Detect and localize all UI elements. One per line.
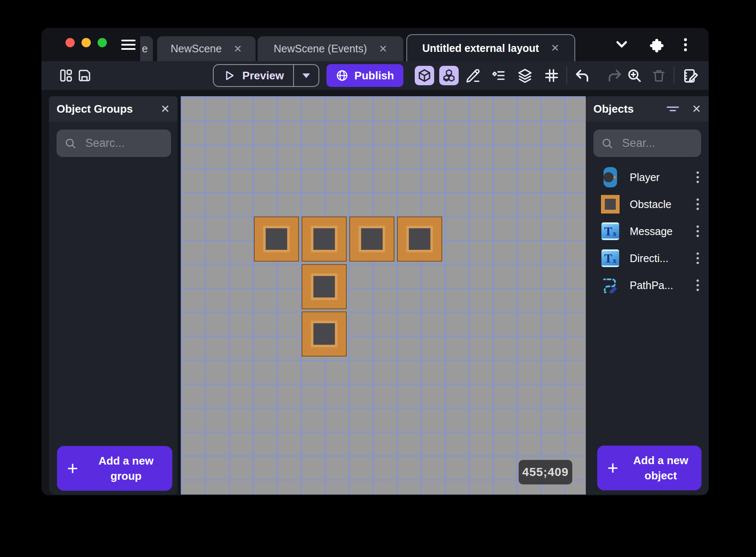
search-icon <box>64 137 77 150</box>
object-label: Player <box>630 171 660 184</box>
preview-button[interactable]: Preview <box>213 64 319 87</box>
tab-newscene-events[interactable]: NewScene (Events) ✕ <box>258 36 403 61</box>
object-label: Message <box>630 225 672 238</box>
obstacle-center <box>359 226 385 252</box>
stacked-cubes-icon[interactable] <box>439 66 459 85</box>
objects-header: Objects ✕ <box>586 96 709 122</box>
toolbar-divider <box>566 67 567 84</box>
trash-icon[interactable] <box>651 68 666 83</box>
project-manager-icon[interactable] <box>58 68 73 83</box>
instances-list-icon[interactable] <box>490 68 506 84</box>
play-icon <box>223 69 236 82</box>
object-groups-header: Object Groups ✕ <box>49 96 177 122</box>
panel-title: Object Groups <box>57 103 133 116</box>
preview-label: Preview <box>242 69 284 82</box>
add-object-button[interactable]: + Add a new object <box>597 446 702 490</box>
tab-close-icon[interactable]: ✕ <box>551 42 559 54</box>
kebab-icon[interactable] <box>696 225 699 238</box>
window-close-button[interactable] <box>65 38 75 47</box>
object-row-direction[interactable]: Tx Directi... <box>586 245 709 272</box>
tab-untitled-external-layout[interactable]: Untitled external layout ✕ <box>406 34 575 61</box>
edit-scene-icon[interactable] <box>682 67 699 84</box>
tab-bar: e NewScene ✕ NewScene (Events) ✕ Untitle… <box>41 28 709 61</box>
grid-icon[interactable] <box>544 68 559 83</box>
undo-icon[interactable] <box>574 68 590 84</box>
layers-icon[interactable] <box>517 68 533 84</box>
add-group-label-line1: Add a new <box>98 454 153 467</box>
obstacle-instance[interactable] <box>302 264 347 309</box>
search-icon <box>601 137 614 150</box>
add-group-label-line2: group <box>111 470 142 482</box>
caret-down-icon <box>301 72 311 79</box>
object-groups-search[interactable] <box>57 130 171 157</box>
obstacle-instance[interactable] <box>397 216 442 262</box>
tab-newscene[interactable]: NewScene ✕ <box>157 36 256 61</box>
kebab-icon[interactable] <box>696 252 699 265</box>
scene-canvas[interactable]: 455;409 <box>181 96 586 495</box>
app-window: e NewScene ✕ NewScene (Events) ✕ Untitle… <box>41 28 709 495</box>
tab-label: Untitled external layout <box>422 42 539 54</box>
cube-icon[interactable] <box>415 66 434 85</box>
redo-icon[interactable] <box>606 68 623 84</box>
obstacle-instance[interactable] <box>254 216 299 262</box>
obstacle-instance[interactable] <box>302 311 347 357</box>
obstacle-instance[interactable] <box>349 216 394 262</box>
path-paint-icon <box>601 276 620 294</box>
puzzle-icon[interactable] <box>648 37 664 55</box>
object-row-player[interactable]: Player <box>586 164 709 191</box>
obstacle-center <box>311 273 337 300</box>
publish-label: Publish <box>354 69 394 82</box>
kebab-icon[interactable] <box>696 198 699 211</box>
object-label: Obstacle <box>630 198 672 211</box>
tab-close-icon[interactable]: ✕ <box>234 43 242 55</box>
object-row-message[interactable]: Tx Message <box>586 218 709 245</box>
text-object-icon: Tx <box>601 249 620 267</box>
object-row-pathpaint[interactable]: PathPa... <box>586 272 709 299</box>
window-zoom-button[interactable] <box>98 38 107 47</box>
object-label: PathPa... <box>630 279 673 292</box>
panel-title: Objects <box>593 103 634 116</box>
add-group-button[interactable]: + Add a new group <box>57 446 172 491</box>
kebab-icon[interactable] <box>696 171 699 184</box>
tab-label: NewScene <box>171 43 222 55</box>
kebab-icon[interactable] <box>683 38 688 54</box>
text-object-icon: Tx <box>601 222 620 240</box>
objects-list: Player Obstacle Tx <box>586 164 709 299</box>
tab-label: e <box>142 43 148 55</box>
obstacle-center <box>311 321 337 347</box>
globe-icon <box>336 69 348 82</box>
filter-icon[interactable] <box>666 103 680 114</box>
object-groups-panel: Object Groups ✕ + Add a new group <box>49 96 177 495</box>
chevron-down-icon[interactable] <box>615 40 628 51</box>
kebab-icon[interactable] <box>696 279 699 292</box>
obstacle-center <box>263 226 290 252</box>
player-icon <box>601 167 620 187</box>
close-icon[interactable]: ✕ <box>160 103 170 116</box>
publish-button[interactable]: Publish <box>326 64 403 87</box>
cursor-coordinates-badge: 455;409 <box>519 460 572 484</box>
object-label: Directi... <box>630 252 669 265</box>
add-object-label-line1: Add a new <box>633 454 688 467</box>
obstacle-icon <box>601 195 620 214</box>
screenshot-stage: e NewScene ✕ NewScene (Events) ✕ Untitle… <box>0 0 756 557</box>
close-icon[interactable]: ✕ <box>692 103 701 116</box>
tab-close-icon[interactable]: ✕ <box>379 43 387 55</box>
toolbar: Preview Publish <box>41 61 709 90</box>
search-input[interactable] <box>621 136 693 150</box>
window-minimize-button[interactable] <box>82 38 91 47</box>
hamburger-icon[interactable] <box>121 38 136 53</box>
zoom-in-icon[interactable] <box>626 68 642 84</box>
preview-dropdown-button[interactable] <box>294 65 318 86</box>
object-row-obstacle[interactable]: Obstacle <box>586 191 709 218</box>
save-icon[interactable] <box>77 68 92 83</box>
tab-hidden-partial[interactable]: e <box>140 36 153 61</box>
obstacle-center <box>311 226 337 252</box>
pencil-icon[interactable] <box>465 68 481 84</box>
obstacle-center <box>406 226 433 252</box>
obstacle-instance[interactable] <box>302 216 347 262</box>
objects-search[interactable] <box>593 130 701 157</box>
search-input[interactable] <box>84 136 163 150</box>
tab-label: NewScene (Events) <box>274 43 367 55</box>
objects-panel: Objects ✕ Player <box>586 96 709 495</box>
toolbar-divider <box>674 67 674 84</box>
